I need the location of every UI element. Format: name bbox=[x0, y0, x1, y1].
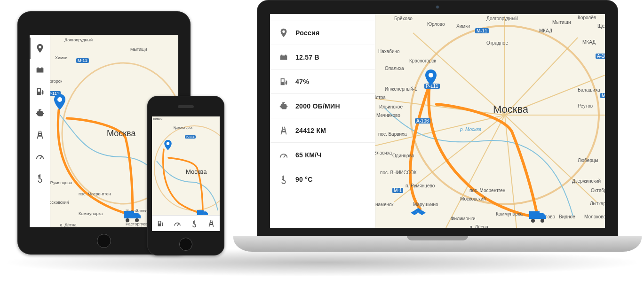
route-pin-icon bbox=[164, 140, 172, 150]
map-badge-m7: М-7 bbox=[600, 93, 605, 98]
map-label-odintsovo: Одинцово bbox=[392, 153, 414, 158]
bottombar-item-road[interactable] bbox=[203, 216, 220, 231]
map-label-vniissok: пос. ВНИИССОК bbox=[380, 170, 417, 175]
map-label-mytischi: Мытищи bbox=[552, 20, 571, 25]
metric-speed-value: 65 КМ/Ч bbox=[295, 151, 321, 159]
sidebar-item-road[interactable] bbox=[30, 124, 50, 146]
map-label-marushkino: Марушкино bbox=[413, 202, 438, 207]
metric-battery-value: 12.57 B bbox=[295, 54, 319, 61]
fuel-icon bbox=[35, 86, 45, 97]
bottombar-item-temp[interactable] bbox=[186, 216, 203, 231]
map-label-brekhovo: Брёхово bbox=[394, 16, 413, 21]
road-icon bbox=[35, 130, 45, 140]
map-label-lytkarino: Лыткарино bbox=[590, 201, 605, 206]
metrics-panel: Россия 12.57 B 47% 2000 ОБ/МИН 24412 КМ … bbox=[270, 14, 375, 228]
laptop-screen: Москва Брёхово Юрлово Химки Долгопрудный… bbox=[270, 14, 605, 228]
laptop-base bbox=[233, 236, 642, 252]
map-label-krasnogorsk: Красногорск bbox=[409, 58, 436, 63]
pin-icon bbox=[278, 28, 289, 38]
route-pin-icon bbox=[425, 70, 437, 85]
metric-odometer-value: 24412 КМ bbox=[295, 127, 326, 134]
metric-location-value: Россия bbox=[295, 29, 319, 37]
map-label-mechnikovo: Мечниково bbox=[376, 113, 400, 118]
truck-icon bbox=[529, 209, 547, 223]
metric-battery[interactable]: 12.57 B bbox=[270, 45, 375, 70]
map-label-rumyantsevo: п. Румянцево bbox=[405, 183, 435, 188]
phone-screen: Химки Красногорск Москва Р-111 bbox=[152, 116, 220, 231]
laptop-frame: Москва Брёхово Юрлово Химки Долгопрудный… bbox=[257, 0, 618, 237]
phone-frame: Химки Красногорск Москва Р-111 bbox=[147, 96, 224, 255]
map-label-korolev: Королёв bbox=[578, 15, 596, 20]
route-pin-icon bbox=[54, 94, 65, 110]
map-badge-m11: М-11 bbox=[475, 28, 489, 33]
map-label-otradnoe: Отрадное bbox=[486, 40, 508, 46]
svg-point-6 bbox=[411, 26, 599, 204]
sidebar-item-temp[interactable] bbox=[30, 167, 50, 189]
temp-icon bbox=[35, 173, 45, 183]
tablet-sidebar bbox=[30, 35, 50, 227]
svg-point-5 bbox=[154, 126, 220, 210]
sidebar-item-engine[interactable] bbox=[30, 102, 50, 124]
phone-bottom-bar bbox=[152, 215, 220, 231]
sidebar-item-fuel[interactable] bbox=[30, 81, 50, 102]
map-label-desna: д. Дёсна bbox=[469, 224, 488, 228]
map-label-mytischi: Мытищи bbox=[130, 47, 147, 52]
metric-odometer[interactable]: 24412 КМ bbox=[270, 118, 375, 143]
metric-temperature-value: 90 °С bbox=[295, 176, 313, 183]
map-label-inzhenerny: Инженерный-1 bbox=[385, 86, 417, 92]
phone-speaker bbox=[178, 105, 194, 108]
bottombar-item-speed[interactable] bbox=[169, 216, 186, 231]
map-label-mosrentgen: пос. Мосрентген bbox=[79, 192, 111, 196]
sidebar-item-battery[interactable] bbox=[30, 59, 50, 81]
metric-location[interactable]: Россия bbox=[270, 21, 375, 45]
map-label-oktabrsky: Октябрьский bbox=[591, 188, 605, 193]
truck-icon bbox=[124, 209, 142, 222]
metric-rpm[interactable]: 2000 ОБ/МИН bbox=[270, 94, 375, 118]
temp-icon bbox=[190, 219, 199, 228]
map-label-dolgoprudny: Долгопрудный bbox=[486, 16, 518, 21]
map-badge-a103: А-103 bbox=[596, 54, 605, 59]
map-label-moscow: Москва bbox=[493, 103, 528, 116]
fuel-icon bbox=[278, 77, 289, 87]
phone-label-krasnogorsk: Красногорск bbox=[174, 126, 192, 129]
gauge-icon bbox=[173, 219, 182, 228]
map-label-kommunarka: Коммунарка bbox=[496, 211, 523, 216]
map-label-nakhabino: Нахабино bbox=[378, 49, 400, 54]
tablet-home-button[interactable] bbox=[97, 234, 111, 248]
sidebar-item-location[interactable] bbox=[30, 38, 50, 59]
map-label-m11: М-11 bbox=[76, 58, 89, 63]
fuel-icon bbox=[156, 219, 165, 228]
road-icon bbox=[207, 219, 215, 228]
map-label-znamensk: Знаменск bbox=[373, 202, 393, 207]
cargo-icon bbox=[411, 204, 427, 217]
laptop-map[interactable]: Москва Брёхово Юрлово Химки Долгопрудный… bbox=[375, 14, 605, 228]
phone-map[interactable]: Химки Красногорск Москва Р-111 bbox=[152, 116, 220, 215]
temp-icon bbox=[278, 174, 289, 185]
map-badge-a106: А-106 bbox=[415, 118, 430, 124]
metric-fuel[interactable]: 47% bbox=[270, 70, 375, 94]
map-label-molokovo: Молоково bbox=[584, 214, 605, 219]
map-label-schelkovo: Щёлково bbox=[597, 23, 605, 29]
pin-icon bbox=[35, 43, 45, 54]
map-label-opalikha: Опалиха bbox=[385, 66, 404, 71]
metric-speed[interactable]: 65 КМ/Ч bbox=[270, 143, 375, 167]
map-label-izmailovo: Измайлово bbox=[126, 209, 148, 213]
map-label-mosrentgen: пос. Мосрентген bbox=[469, 188, 505, 193]
map-label-r-moskva: р. Москва bbox=[460, 127, 481, 132]
map-label-dolgoprudny: Долгопрудный bbox=[64, 38, 93, 42]
map-label-reutov: Реутов bbox=[578, 103, 593, 108]
metric-temperature[interactable]: 90 °С bbox=[270, 167, 375, 192]
map-label-izmailovo: Измайлово bbox=[531, 214, 555, 219]
map-label-moskovsky: Московский bbox=[460, 196, 486, 201]
laptop-camera bbox=[436, 5, 439, 9]
metric-rpm-value: 2000 ОБ/МИН bbox=[295, 102, 340, 110]
map-badge-r111: Р-111 bbox=[424, 84, 440, 89]
map-label-mkad: МКАД bbox=[539, 28, 552, 33]
phone-home-button[interactable] bbox=[179, 238, 192, 251]
bottombar-item-fuel[interactable] bbox=[152, 216, 169, 231]
map-label-vidnoe: Видное bbox=[559, 214, 575, 219]
map-label-balashikha: Балашиха bbox=[578, 87, 600, 93]
sidebar-item-speed[interactable] bbox=[30, 146, 50, 167]
map-label-moscow: Москва bbox=[107, 129, 135, 139]
phone-label-khimki: Химки bbox=[153, 117, 162, 121]
